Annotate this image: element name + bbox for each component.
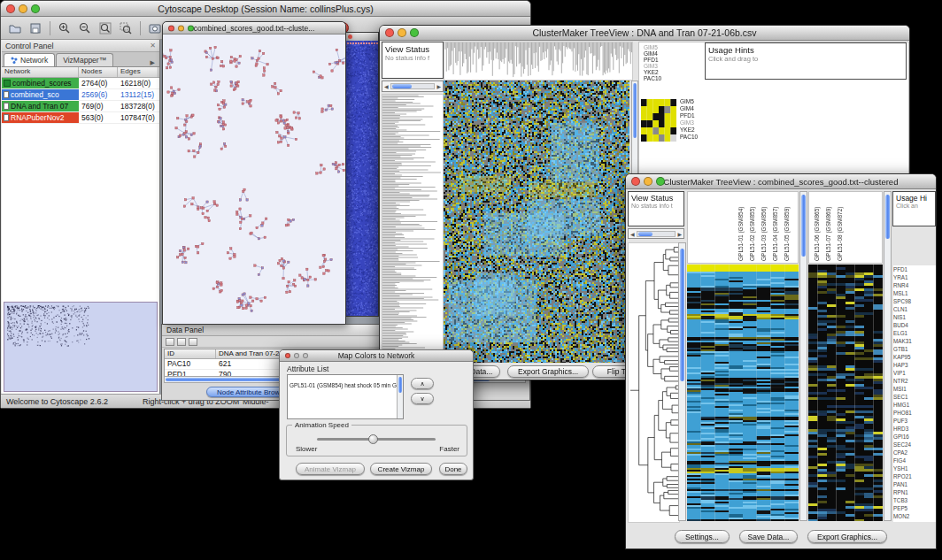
export-graphics-button[interactable]: Export Graphics... [507, 365, 589, 378]
gene-label[interactable]: YRA1 [893, 273, 936, 281]
gene-label[interactable]: SEC1 [893, 393, 936, 401]
treeview-dna-titlebar[interactable]: ClusterMaker TreeView : DNA and Tran 07-… [380, 26, 909, 41]
main-titlebar[interactable]: Cytoscape Desktop (Session Name: collins… [1, 1, 530, 17]
zoom-selection-icon[interactable] [117, 19, 135, 37]
zoom-fit-icon[interactable] [97, 19, 114, 37]
snapshot-icon[interactable] [146, 19, 164, 37]
scrollbar-thumb[interactable] [801, 195, 806, 257]
nav-right-icon[interactable]: ▶ [435, 83, 443, 89]
close-button[interactable] [348, 35, 352, 39]
gene-label[interactable]: RPN1 [893, 488, 936, 496]
nav-left-icon[interactable]: ◀ [629, 231, 637, 237]
close-button[interactable] [6, 4, 15, 13]
gene-label[interactable]: KAP95 [893, 353, 936, 361]
gene-label[interactable]: PAN1 [893, 480, 936, 488]
move-up-button[interactable]: ∧ [411, 378, 434, 389]
nav-track[interactable] [390, 83, 436, 89]
save-data-button[interactable]: Save Data... [739, 530, 798, 543]
gene-label[interactable]: GPI16 [893, 433, 936, 441]
tab-vizmapper[interactable]: VizMapper™ [56, 53, 113, 66]
gene-label[interactable]: CLN1 [893, 305, 936, 313]
tab-overflow-icon[interactable]: ▶ [148, 59, 158, 66]
nav-right-icon[interactable]: ▶ [676, 231, 683, 237]
zoom-vscrollbar[interactable] [884, 191, 892, 521]
tree-nav-control[interactable]: ◀ ▶ [628, 228, 684, 239]
slider-thumb[interactable] [368, 434, 378, 444]
network-row-selected[interactable]: combined_sco 2569(6) 13112(15) [2, 89, 159, 101]
gene-label[interactable]: PEP5 [893, 504, 936, 512]
gene-label[interactable]: SPC98 [893, 297, 936, 305]
minimize-button[interactable] [178, 25, 184, 31]
heatmap-vscrollbar[interactable] [799, 191, 807, 521]
gene-label[interactable]: MAK31 [893, 337, 936, 345]
close-button[interactable] [385, 28, 394, 37]
open-folder-icon[interactable] [6, 19, 24, 37]
nav-left-icon[interactable]: ◀ [382, 83, 390, 89]
network-row[interactable]: DNA and Tran 07 769(0) 183728(0) [2, 101, 159, 112]
gene-label[interactable]: MSI1 [893, 385, 936, 393]
settings-button[interactable]: Settings... [675, 530, 730, 543]
create-vizmap-button[interactable]: Create Vizmap [370, 463, 432, 475]
dense-network-window[interactable] [345, 32, 379, 317]
network-row[interactable]: combined_scores 2764(0) 16218(0) [2, 78, 159, 89]
close-panel-icon[interactable]: ✕ [150, 42, 156, 50]
zoom-out-icon[interactable] [76, 19, 94, 37]
col-edges[interactable]: Edges [118, 67, 158, 77]
gene-label[interactable]: GTB1 [893, 345, 936, 353]
attribute-item[interactable]: GPL51-01 (GSM854) heat shock 05 min [288, 382, 390, 388]
dendrogram-vscrollbar[interactable] [678, 242, 686, 521]
dialog-titlebar[interactable]: Map Colors to Network [280, 350, 473, 362]
zoom-button[interactable] [188, 25, 194, 31]
gene-dendrogram-canvas[interactable] [628, 242, 680, 523]
scrollbar-thumb[interactable] [680, 249, 684, 381]
close-button[interactable] [631, 177, 640, 186]
table-options-icon[interactable] [177, 338, 186, 346]
gene-label[interactable]: BUD4 [893, 321, 936, 329]
gene-label[interactable]: TCB3 [893, 496, 936, 504]
gene-dendrogram-canvas[interactable] [382, 94, 444, 364]
zoom-button[interactable] [31, 4, 40, 13]
gene-label[interactable]: HAP3 [893, 361, 936, 369]
minimize-button[interactable] [644, 177, 652, 186]
gene-label[interactable]: RPO21 [893, 472, 936, 480]
export-graphics-button[interactable]: Export Graphics... [807, 530, 887, 543]
gene-label[interactable]: MON2 [893, 512, 936, 520]
gene-label[interactable]: RNR4 [893, 281, 936, 289]
done-button[interactable]: Done [439, 463, 467, 475]
scrollbar-thumb[interactable] [398, 377, 402, 393]
gene-label[interactable]: HMG1 [893, 401, 936, 409]
zoom-in-icon[interactable] [56, 19, 73, 37]
dense-network-titlebar[interactable] [346, 33, 378, 41]
save-icon[interactable] [27, 19, 44, 37]
nav-thumb[interactable] [638, 232, 652, 236]
zoom-button[interactable] [656, 177, 665, 186]
heatmap-zoom-canvas[interactable] [808, 265, 883, 521]
gene-label[interactable]: MSL1 [893, 289, 936, 297]
tab-network[interactable]: Network [4, 53, 55, 66]
birds-eye-view[interactable] [4, 302, 158, 392]
network-row[interactable]: RNAPuberNov2 563(0) 107847(0) [2, 112, 159, 124]
scrollbar-thumb[interactable] [885, 195, 890, 239]
gene-label[interactable]: VIP1 [893, 369, 936, 377]
heatmap-global-canvas[interactable] [687, 265, 799, 521]
col-network[interactable]: Network [2, 67, 79, 77]
gene-label[interactable]: CPA2 [893, 449, 936, 456]
minimize-button[interactable] [398, 28, 406, 37]
treeview-combined-titlebar[interactable]: ClusterMaker TreeView : combined_scores_… [626, 174, 936, 189]
gene-label[interactable]: SEC24 [893, 441, 936, 449]
gene-label[interactable]: FIG4 [893, 456, 936, 464]
minimize-button[interactable] [19, 4, 27, 13]
network-view-titlebar[interactable]: combined_scores_good.txt--cluste... [163, 22, 345, 35]
gene-label[interactable]: ELG1 [893, 329, 936, 337]
array-dendrogram-canvas[interactable] [444, 42, 633, 81]
move-down-button[interactable]: ∨ [411, 393, 434, 404]
gene-label[interactable]: HRD3 [893, 425, 936, 433]
heatmap-zoom-canvas[interactable] [641, 99, 676, 142]
close-button[interactable] [285, 353, 290, 358]
attribute-list[interactable]: GPL51-01 (GSM854) heat shock 05 minGPL51… [287, 374, 404, 419]
gene-label[interactable]: PFD1 [893, 265, 936, 273]
gene-label[interactable]: NIS1 [893, 313, 936, 321]
tree-nav-control[interactable]: ◀ ▶ [382, 81, 444, 92]
gene-label[interactable]: PUF3 [893, 417, 936, 425]
col-id[interactable]: ID [165, 349, 216, 358]
